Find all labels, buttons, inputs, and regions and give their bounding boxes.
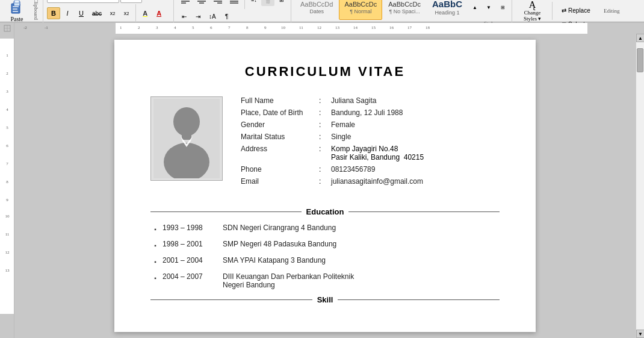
edu-bullet-1 [150, 224, 160, 234]
underline-button[interactable]: U [75, 7, 88, 19]
edu-year-4: 2004 – 2007 [163, 272, 223, 281]
svg-point-59 [173, 107, 200, 136]
justify-button[interactable] [226, 0, 242, 6]
colon-address: : [319, 145, 331, 153]
paste-button[interactable]: Paste [4, 0, 30, 24]
ruler-corner [0, 23, 14, 34]
colon-dob: : [319, 108, 331, 117]
replace-button[interactable]: ⇄Replace [558, 5, 600, 17]
svg-text:-1: -1 [45, 25, 48, 30]
style-heading1-button[interactable]: AaBbC Heading 1 [427, 0, 468, 20]
style-normal-label: ¶ Normal [350, 8, 371, 14]
replace-icon: ⇄ [562, 7, 566, 14]
styles-more-button[interactable]: ⊞ [496, 4, 509, 11]
svg-text:1: 1 [120, 25, 122, 30]
grow-font-button[interactable]: A [143, 0, 156, 3]
value-marital: Single [331, 133, 351, 141]
svg-text:8: 8 [6, 180, 8, 184]
styles-scroll-up-button[interactable]: ▲ [468, 4, 481, 11]
svg-text:7: 7 [6, 161, 8, 166]
style-h1-preview: AaBbC [432, 0, 462, 9]
font-size-input[interactable] [120, 0, 142, 3]
skill-header: Skill [150, 295, 500, 304]
svg-text:1: 1 [6, 53, 8, 58]
border-button[interactable]: ⊞ [275, 0, 288, 6]
clipboard-group: Paste Clipboard [2, 0, 43, 25]
show-para-button[interactable]: ¶ [220, 10, 234, 22]
address-line1: Komp Jayagiri No.48 [331, 145, 424, 153]
change-styles-button[interactable]: Ą ChangeStyles ▾ [516, 0, 549, 25]
clipboard-label: Clipboard [33, 0, 39, 24]
line-spacing-button[interactable]: ≡↕ [247, 0, 261, 6]
svg-text:12: 12 [317, 25, 322, 30]
align-left-button[interactable] [178, 0, 193, 6]
align-right-button[interactable] [210, 0, 226, 6]
colon-gender: : [319, 120, 331, 129]
find-button[interactable]: 🔍Find ▾ [558, 0, 600, 3]
style-dates-button[interactable]: AaBbCcDd Dates [295, 0, 338, 20]
word-page: CURRICULUM VITAE [114, 40, 536, 332]
silhouette-image [153, 99, 220, 178]
svg-text:16: 16 [389, 25, 394, 30]
svg-text:10: 10 [5, 214, 10, 219]
scroll-up-button[interactable]: ▲ [636, 34, 644, 42]
label-marital: Marital Status [241, 133, 319, 141]
style-dates-label: Dates [309, 8, 324, 14]
value-phone: 08123456789 [331, 165, 375, 174]
svg-text:2: 2 [6, 71, 8, 76]
scroll-down-button[interactable]: ▼ [636, 330, 644, 338]
increase-indent-button[interactable]: ⇥ [191, 10, 205, 22]
vertical-scrollbar: ▲ ▼ [636, 34, 644, 338]
label-dob: Place, Date of Birth [241, 108, 319, 117]
format-toolbar: Paste Clipboard A A B I U abc x2 x2 A [0, 0, 644, 22]
info-row-address1: Address : Komp Jayagiri No.48 Pasir Kali… [241, 145, 500, 161]
svg-text:4: 4 [174, 25, 176, 30]
text-highlight-button[interactable]: A [138, 7, 152, 19]
value-address: Komp Jayagiri No.48 Pasir Kaliki, Bandun… [331, 145, 424, 161]
sort-button[interactable]: ↕A [205, 10, 220, 22]
shrink-font-button[interactable]: A [158, 0, 171, 3]
font-name-input[interactable] [47, 0, 119, 3]
edu-school-4: DIII Keuangan Dan Perbankan PoliteknikNe… [223, 272, 354, 289]
skill-line-left [150, 299, 312, 300]
style-normal-button[interactable]: AaBbCcDc ¶ Normal [339, 0, 382, 20]
shading-button[interactable]: ░ [261, 0, 274, 6]
svg-text:-2: -2 [23, 25, 27, 30]
edu-item-1: 1993 – 1998 SDN Negeri Cirangrang 4 Band… [150, 224, 500, 234]
style-nospace-button[interactable]: AaBbCcDc ¶ No Spaci... [383, 0, 426, 20]
strikethrough-button[interactable]: abc [88, 7, 105, 19]
scroll-thumb[interactable] [637, 48, 643, 72]
font-row2: B I U abc x2 x2 A A [47, 4, 171, 22]
svg-text:13: 13 [335, 25, 340, 30]
styles-scroll-down-button[interactable]: ▼ [482, 4, 495, 11]
photo-box [150, 96, 223, 181]
ruler-marks: -2 -1 1 2 3 4 5 6 7 8 9 10 11 12 13 14 1… [14, 23, 636, 34]
bold-button[interactable]: B [47, 7, 60, 19]
colon-fullname: : [319, 96, 331, 105]
font-color-button[interactable]: A [152, 7, 166, 19]
info-row-gender: Gender : Female [241, 120, 500, 129]
svg-text:7: 7 [228, 25, 231, 30]
ruler-vert-numbers: 1 2 3 4 5 6 7 8 9 10 11 12 13 [0, 34, 14, 325]
decrease-indent-button[interactable]: ⇤ [178, 10, 191, 22]
style-nospace-label: ¶ No Spaci... [389, 8, 420, 14]
italic-button[interactable]: I [61, 7, 74, 19]
align-center-button[interactable] [194, 0, 209, 6]
svg-text:9: 9 [6, 198, 8, 202]
label-fullname: Full Name [241, 96, 319, 105]
svg-text:15: 15 [371, 25, 376, 30]
label-email: Email [241, 177, 319, 186]
subscript-button[interactable]: x2 [106, 7, 119, 19]
label-address: Address [241, 145, 319, 153]
education-header: Education [150, 207, 500, 216]
para-row1: ≡↕ ░ ⊞ [178, 0, 288, 9]
svg-text:6: 6 [6, 143, 8, 148]
divider [135, 4, 136, 22]
superscript-button[interactable]: x2 [120, 7, 133, 19]
styles-gallery: AaBbCcDd Dates AaBbCcDc ¶ Normal AaBbCcD… [295, 0, 509, 20]
divider3 [552, 2, 553, 20]
svg-text:2: 2 [138, 25, 140, 30]
info-row-email: Email : julianasagitainfo@gmail.com [241, 177, 500, 186]
skill-line-right [338, 299, 500, 300]
scroll-track[interactable] [636, 42, 644, 330]
